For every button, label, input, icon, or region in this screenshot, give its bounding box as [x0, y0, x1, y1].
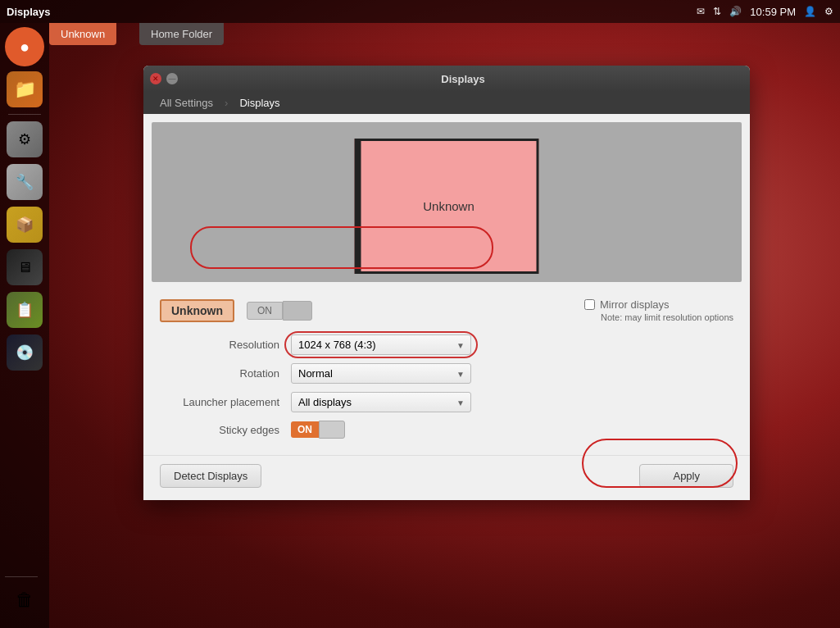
dvd-icon: 💿	[7, 334, 43, 371]
monitor-box[interactable]: Unknown	[355, 139, 539, 274]
rotation-row: Rotation Normal Left Right Inverted ▼	[160, 363, 733, 384]
sticky-row: Sticky edges ON	[160, 421, 733, 439]
launcher-label: Launcher placement	[160, 396, 291, 408]
sidebar-item-tasks[interactable]: 📋	[5, 290, 44, 330]
sticky-on-badge: ON	[291, 421, 319, 438]
volume-icon[interactable]: 🔊	[729, 6, 742, 17]
rotation-dropdown-wrapper: Normal Left Right Inverted ▼	[291, 363, 471, 384]
settings-panel: Unknown ON Mirror displays Note: may lim…	[143, 290, 750, 455]
sticky-toggle-track[interactable]	[319, 421, 345, 439]
archive-icon: 📦	[7, 207, 43, 243]
on-toggle[interactable]: ON	[247, 301, 312, 321]
sidebar-item-tools[interactable]: 🔧	[5, 162, 44, 202]
display-preview: Unknown	[152, 122, 742, 282]
tasks-icon: 📋	[7, 292, 43, 328]
resolution-dropdown-wrapper: 1024 x 768 (4:3) 800 x 600 (4:3) 1280 x …	[291, 334, 471, 355]
launcher-separator	[8, 114, 41, 115]
sidebar-item-dvd[interactable]: 💿	[5, 333, 44, 372]
dialog-titlebar: ✕ — Displays	[143, 66, 750, 92]
resolution-wrapper: 1024 x 768 (4:3) 800 x 600 (4:3) 1280 x …	[291, 334, 471, 355]
network-icon[interactable]: ⇅	[713, 6, 721, 17]
gear-icon[interactable]: ⚙	[824, 6, 833, 17]
user-icon[interactable]: 👤	[804, 6, 816, 17]
desktop: Displays ✉ ⇅ 🔊 10:59 PM 👤 ⚙ ● 📁 ⚙ 🔧	[0, 0, 840, 628]
display-icon: 🖥	[7, 249, 43, 285]
clock: 10:59 PM	[750, 6, 796, 18]
nav-all-settings[interactable]: All Settings	[153, 92, 220, 114]
launcher-separator-bottom	[5, 576, 38, 577]
mirror-checkbox[interactable]	[584, 299, 595, 310]
launcher-dropdown[interactable]: All displays Primary display	[291, 392, 471, 412]
nav-separator: ›	[221, 92, 231, 114]
minimize-button[interactable]: —	[166, 73, 178, 84]
sidebar-item-files[interactable]: 📁	[5, 70, 44, 109]
detect-displays-button[interactable]: Detect Displays	[160, 464, 261, 488]
dialog-nav: All Settings › Displays	[143, 92, 750, 114]
display-header: Unknown ON Mirror displays Note: may lim…	[160, 298, 733, 322]
window-tab-home[interactable]: Home Folder	[139, 23, 224, 45]
topbar-right: ✉ ⇅ 🔊 10:59 PM 👤 ⚙	[697, 6, 833, 18]
dialog-footer: Detect Displays Apply	[143, 455, 750, 500]
sidebar-item-trash[interactable]: 🗑	[5, 580, 44, 620]
launcher: ● 📁 ⚙ 🔧 📦 🖥 📋 💿 🗑	[0, 23, 49, 628]
nav-current[interactable]: Displays	[233, 92, 286, 114]
dialog-title: Displays	[183, 73, 743, 85]
trash-icon: 🗑	[7, 582, 43, 618]
resolution-label: Resolution	[160, 339, 291, 351]
mirror-label[interactable]: Mirror displays	[584, 298, 733, 311]
mirror-section: Mirror displays Note: may limit resoluti…	[584, 298, 733, 322]
launcher-row: Launcher placement All displays Primary …	[160, 392, 733, 412]
topbar: Displays ✉ ⇅ 🔊 10:59 PM 👤 ⚙	[0, 0, 840, 23]
sticky-label: Sticky edges	[160, 424, 291, 436]
mail-icon[interactable]: ✉	[697, 6, 705, 17]
tools-icon: 🔧	[7, 164, 43, 200]
files-icon: 📁	[7, 71, 43, 107]
sticky-toggle[interactable]: ON	[291, 421, 345, 439]
topbar-title: Displays	[7, 6, 50, 18]
displays-dialog: ✕ — Displays All Settings › Displays Unk…	[143, 66, 750, 500]
ubuntu-icon: ●	[5, 27, 44, 66]
sidebar-item-archive[interactable]: 📦	[5, 205, 44, 244]
resolution-dropdown[interactable]: 1024 x 768 (4:3) 800 x 600 (4:3) 1280 x …	[291, 334, 471, 355]
apply-button[interactable]: Apply	[639, 464, 733, 488]
close-button[interactable]: ✕	[150, 73, 161, 84]
sidebar-item-ubuntu[interactable]: ●	[5, 27, 44, 66]
window-tab-unknown[interactable]: Unknown	[49, 23, 116, 45]
toggle-slider[interactable]	[283, 301, 312, 321]
monitor-label: Unknown	[423, 199, 474, 213]
sidebar-item-display[interactable]: 🖥	[5, 248, 44, 287]
mirror-note: Note: may limit resolution options	[601, 312, 733, 322]
rotation-label: Rotation	[160, 367, 291, 380]
display-name-badge: Unknown	[160, 299, 234, 322]
sidebar-item-settings[interactable]: ⚙	[5, 120, 44, 159]
launcher-dropdown-wrapper: All displays Primary display ▼	[291, 392, 471, 412]
settings-icon: ⚙	[7, 121, 43, 157]
on-label[interactable]: ON	[247, 302, 283, 320]
resolution-row: Resolution 1024 x 768 (4:3) 800 x 600 (4…	[160, 334, 733, 355]
rotation-dropdown[interactable]: Normal Left Right Inverted	[291, 363, 471, 384]
topbar-left: Displays	[7, 6, 50, 18]
